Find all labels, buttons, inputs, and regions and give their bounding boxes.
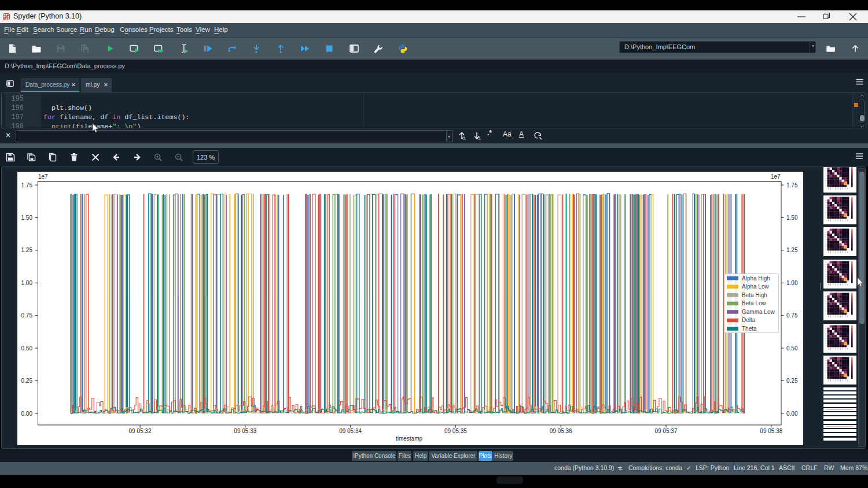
svg-text:1.75: 1.75 [786,182,798,188]
svg-text:0.75: 0.75 [21,312,33,319]
svg-text:1.75: 1.75 [21,182,33,188]
svg-text:1.00: 1.00 [786,280,798,286]
svg-text:0.25: 0.25 [21,378,33,384]
svg-text:1.50: 1.50 [786,215,798,221]
svg-text:09 05:36: 09 05:36 [550,428,572,434]
svg-text:0.00: 0.00 [21,411,33,417]
svg-text:1e7: 1e7 [38,173,48,180]
svg-text:0.25: 0.25 [786,378,798,384]
svg-text:1e7: 1e7 [771,173,781,180]
svg-text:09 05:33: 09 05:33 [234,428,256,434]
svg-text:09 05:32: 09 05:32 [129,428,152,434]
svg-text:Beta High: Beta High [742,292,767,298]
svg-text:0.50: 0.50 [21,345,33,352]
svg-text:Delta: Delta [742,317,756,323]
svg-text:1.25: 1.25 [786,247,798,253]
svg-text:timestamp: timestamp [396,435,423,442]
svg-text:Alpha High: Alpha High [742,275,770,282]
svg-text:1.25: 1.25 [21,247,33,253]
svg-text:0.75: 0.75 [786,312,798,319]
svg-text:Theta: Theta [742,326,757,332]
svg-text:09 05:35: 09 05:35 [444,428,467,434]
svg-text:0.00: 0.00 [786,411,798,417]
svg-text:Alpha Low: Alpha Low [742,283,769,290]
svg-text:09 05:38: 09 05:38 [760,428,782,434]
svg-text:09 05:37: 09 05:37 [655,428,678,434]
svg-text:Beta Low: Beta Low [742,300,766,306]
svg-text:1.00: 1.00 [21,280,33,286]
svg-text:Gamma Low: Gamma Low [742,309,775,315]
svg-text:0.50: 0.50 [786,345,798,352]
svg-text:1.50: 1.50 [21,215,33,221]
svg-text:09 05:34: 09 05:34 [339,428,362,434]
